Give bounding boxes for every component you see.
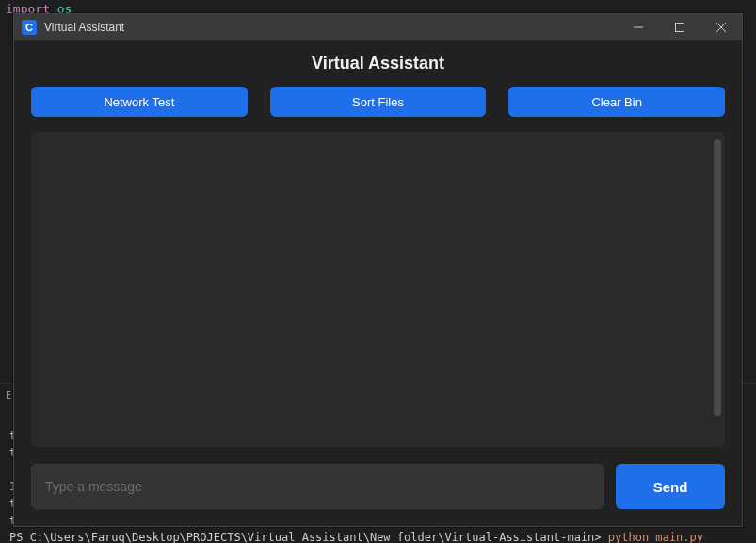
terminal-prompt-line: PS C:\Users\Faruq\Desktop\PROJECTS\Virtu… <box>9 529 747 543</box>
sort-files-button[interactable]: Sort Files <box>270 87 487 117</box>
app-window: C Virtual Assistant Virtual Assistant Ne… <box>13 13 743 527</box>
terminal-tab-label: E <box>6 391 11 401</box>
close-icon <box>716 23 726 32</box>
page-title: Virtual Assistant <box>31 54 725 73</box>
input-row: Send <box>31 464 725 509</box>
network-test-button[interactable]: Network Test <box>31 87 248 117</box>
close-button[interactable] <box>700 14 742 40</box>
maximize-icon <box>675 23 684 32</box>
window-title: Virtual Assistant <box>44 21 124 34</box>
window-titlebar[interactable]: C Virtual Assistant <box>14 14 742 40</box>
chat-input[interactable] <box>31 464 604 509</box>
send-button[interactable]: Send <box>616 464 725 509</box>
terminal-prompt-prefix: PS C:\Users\Faruq\Desktop\PROJECTS\Virtu… <box>9 531 608 543</box>
action-row: Network Test Sort Files Clear Bin <box>31 87 725 117</box>
window-controls <box>618 14 742 40</box>
terminal-command: python main.py <box>608 531 703 543</box>
scrollbar-thumb[interactable] <box>714 139 721 416</box>
clear-bin-button[interactable]: Clear Bin <box>508 87 725 117</box>
minimize-button[interactable] <box>618 14 659 40</box>
minimize-icon <box>634 23 643 32</box>
maximize-button[interactable] <box>659 14 700 40</box>
app-icon: C <box>22 20 37 35</box>
app-body: Virtual Assistant Network Test Sort File… <box>14 40 742 526</box>
output-area[interactable] <box>31 132 725 447</box>
svg-rect-1 <box>676 24 684 32</box>
